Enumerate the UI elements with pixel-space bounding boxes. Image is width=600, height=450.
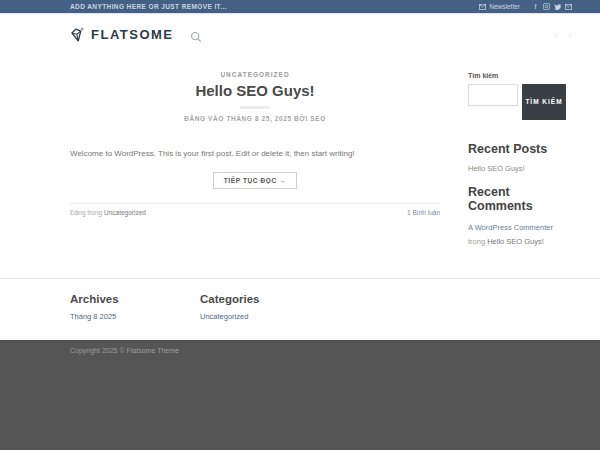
search-submit-button[interactable]: TÌM KIẾM (522, 84, 566, 120)
search-icon[interactable] (190, 29, 202, 41)
site-logo[interactable]: FLATSOME (68, 26, 174, 44)
topbar-right: Newsletter f (479, 3, 572, 10)
archives-title: Archives (70, 293, 119, 305)
comment-author-link[interactable]: A WordPress Commenter (468, 223, 553, 232)
search-widget-label: Tìm kiếm (468, 72, 572, 79)
newsletter-label: Newsletter (489, 3, 520, 10)
absolute-footer: Copyright 2025 © Flatsome Theme (0, 340, 600, 450)
posted-in: Đăng trong Uncategorized (70, 209, 146, 216)
blog-post: UNCATEGORIZED Hello SEO Guys! ĐĂNG VÀO T… (70, 55, 440, 216)
page: ADD ANYTHING HERE OR JUST REMOVE IT... N… (0, 0, 600, 450)
footer-widgets: Archives Tháng 8 2025 Categories Uncateg… (0, 278, 600, 340)
archive-month-link[interactable]: Tháng 8 2025 (70, 312, 119, 321)
next-arrow-icon[interactable]: › (568, 28, 572, 42)
post-category-link[interactable]: UNCATEGORIZED (70, 71, 440, 78)
recent-comments-title: Recent Comments (468, 185, 572, 213)
recent-comment-item: A WordPress Commenter trong Hello SEO Gu… (468, 221, 572, 248)
categories-widget: Categories Uncategorized (200, 279, 259, 321)
search-input[interactable] (468, 84, 518, 106)
social-icons: f (532, 3, 572, 10)
header-arrows: ‹ › (554, 28, 572, 42)
post-footer-meta: Đăng trong Uncategorized 1 Bình luận (70, 203, 440, 216)
site-header: FLATSOME ‹ › (0, 14, 600, 55)
read-more-button[interactable]: TIẾP TỤC ĐỌC → (213, 172, 297, 189)
read-more-wrap: TIẾP TỤC ĐỌC → (70, 169, 440, 189)
recent-posts-title: Recent Posts (468, 142, 572, 156)
comment-post-link[interactable]: Hello SEO Guys! (487, 237, 544, 246)
facebook-icon[interactable]: f (532, 3, 539, 10)
comment-in-label: trong (468, 237, 487, 246)
main-content: UNCATEGORIZED Hello SEO Guys! ĐĂNG VÀO T… (0, 55, 600, 278)
title-divider (240, 106, 270, 109)
copyright-text: Copyright 2025 © Flatsome Theme (0, 340, 600, 354)
sidebar: Tìm kiếm TÌM KIẾM Recent Posts Hello SEO… (468, 55, 572, 248)
recent-post-link[interactable]: Hello SEO Guys! (468, 164, 572, 173)
posted-in-category-link[interactable]: Uncategorized (104, 209, 146, 216)
post-excerpt: Welcome to WordPress. This is your first… (70, 148, 440, 160)
envelope-icon (479, 3, 486, 10)
topbar-message: ADD ANYTHING HERE OR JUST REMOVE IT... (70, 3, 227, 10)
comments-link[interactable]: 1 Bình luận (407, 209, 440, 216)
prev-arrow-icon[interactable]: ‹ (554, 28, 558, 42)
posted-in-label: Đăng trong (70, 209, 104, 216)
newsletter-link[interactable]: Newsletter (479, 3, 520, 10)
logo-text: FLATSOME (91, 27, 174, 42)
email-icon[interactable] (565, 3, 572, 10)
archives-widget: Archives Tháng 8 2025 (70, 279, 119, 321)
instagram-icon[interactable] (543, 3, 550, 10)
post-meta: ĐĂNG VÀO THÁNG 8 25, 2025 BỞI SEO (70, 115, 440, 122)
flatsome-gem-icon (68, 26, 86, 44)
twitter-icon[interactable] (554, 3, 561, 10)
categories-title: Categories (200, 293, 259, 305)
category-link[interactable]: Uncategorized (200, 312, 259, 321)
post-title[interactable]: Hello SEO Guys! (70, 82, 440, 99)
top-bar: ADD ANYTHING HERE OR JUST REMOVE IT... N… (0, 0, 600, 14)
search-widget: TÌM KIẾM (468, 84, 572, 120)
